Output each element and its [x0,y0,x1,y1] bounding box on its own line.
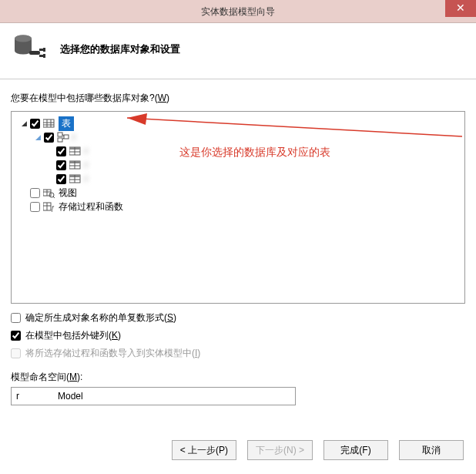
table-icon [69,173,82,184]
tables-icon [43,118,55,129]
expander-icon[interactable]: ◢ [33,133,42,142]
objects-question: 您要在模型中包括哪些数据库对象?(W) [11,92,465,105]
close-button[interactable]: ✕ [445,0,476,17]
svg-rect-5 [43,48,45,52]
svg-point-1 [15,35,32,42]
cancel-button[interactable]: 取消 [399,440,464,460]
checkbox[interactable] [56,146,66,156]
option-label: 在模型中包括外键列(K) [25,329,121,342]
tree-node-views[interactable]: 视图 [15,186,461,200]
checkbox[interactable] [56,160,66,170]
tree-label: 表 [59,116,74,131]
table-icon [69,160,82,170]
expander-icon[interactable]: ◢ [19,119,28,128]
svg-rect-12 [58,133,62,136]
namespace-label: 模型命名空间(M): [11,371,465,384]
checkbox[interactable] [56,174,66,184]
next-button: 下一步(N) > [247,440,313,460]
option-import-sprocs: 将所选存储过程和函数导入到实体模型中(I) [11,347,465,360]
window-title: 实体数据模型向导 [0,0,476,23]
checkbox[interactable] [30,188,40,198]
tree-label: r [85,160,88,170]
schema-icon [57,132,69,143]
tree-label: r [72,132,75,143]
tree-node-tables[interactable]: ◢ 表 [15,116,461,130]
database-icon [14,34,48,65]
tree-label: r [85,146,88,156]
checkbox[interactable] [11,313,21,323]
checkbox[interactable] [30,119,40,129]
option-foreign-keys[interactable]: 在模型中包括外键列(K) [11,329,465,342]
wizard-header: 选择您的数据库对象和设置 [0,23,476,79]
wizard-footer: < 上一步(P) 下一步(N) > 完成(F) 取消 [0,440,476,460]
tree-node-table[interactable]: r [15,158,461,172]
svg-rect-7 [43,119,54,127]
checkbox[interactable] [30,202,40,212]
wizard-header-text: 选择您的数据库对象和设置 [60,42,180,56]
svg-rect-3 [39,49,43,51]
option-label: 将所选存储过程和函数导入到实体模型中(I) [25,347,200,360]
tree-label: 存储过程和函数 [59,200,123,213]
finish-button[interactable]: 完成(F) [323,440,388,460]
titlebar: 实体数据模型向导 ✕ [0,0,476,23]
checkbox [11,348,21,358]
sproc-icon: ƒ [43,201,55,212]
svg-rect-4 [39,55,43,57]
views-icon [43,187,55,198]
option-pluralize[interactable]: 确定所生成对象名称的单复数形式(S) [11,311,465,324]
option-label: 确定所生成对象名称的单复数形式(S) [25,311,176,324]
checkbox[interactable] [11,331,21,341]
svg-text:ƒ: ƒ [51,204,55,212]
annotation-text: 这是你选择的数据库及对应的表 [179,146,330,160]
tree-node-db[interactable]: ◢ r [15,130,461,144]
tree-node-sprocs[interactable]: ƒ 存储过程和函数 [15,200,461,213]
svg-rect-2 [29,51,40,55]
svg-rect-14 [64,135,69,139]
svg-rect-13 [58,138,62,142]
tree-label: r [85,173,88,184]
tree-node-table[interactable]: r [15,172,461,186]
svg-line-33 [53,197,55,198]
prev-button[interactable]: < 上一步(P) [172,440,236,460]
tree-label: 视图 [59,187,77,200]
svg-rect-6 [43,54,45,58]
table-icon [69,146,82,156]
checkbox[interactable] [44,133,54,143]
namespace-input[interactable] [11,387,296,405]
objects-tree[interactable]: ◢ 表 ◢ r r [11,111,465,304]
